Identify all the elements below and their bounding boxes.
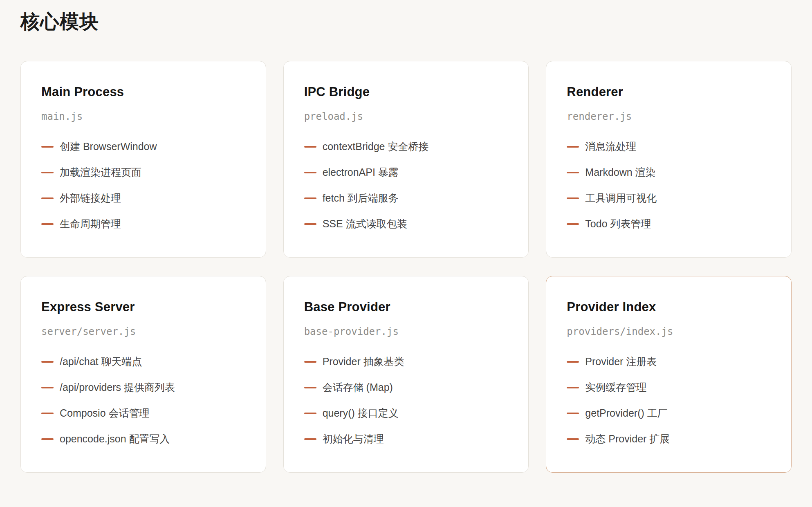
feature-item-label: Provider 注册表 [585, 355, 657, 368]
module-card-title: Base Provider [304, 299, 512, 315]
feature-item: Composio 会话管理 [41, 406, 249, 420]
dash-marker-icon [304, 387, 316, 388]
dash-marker-icon [567, 197, 579, 199]
page-title: 核心模块 [20, 11, 792, 32]
module-file-path: base-provider.js [304, 325, 512, 338]
feature-item-label: Todo 列表管理 [585, 217, 651, 231]
feature-item: query() 接口定义 [304, 406, 512, 420]
feature-item: Markdown 渲染 [567, 166, 775, 179]
feature-item-label: Provider 抽象基类 [323, 355, 404, 368]
feature-item-label: electronAPI 暴露 [323, 166, 399, 179]
module-file-path: renderer.js [567, 110, 775, 123]
feature-item-label: query() 接口定义 [323, 406, 399, 420]
feature-item-label: 外部链接处理 [60, 191, 121, 205]
feature-item-label: Composio 会话管理 [60, 406, 150, 420]
module-card-title: Provider Index [567, 299, 775, 315]
feature-item: Todo 列表管理 [567, 217, 775, 231]
feature-item-label: 加载渲染进程页面 [60, 166, 141, 179]
dash-marker-icon [304, 172, 316, 173]
dash-marker-icon [304, 197, 316, 199]
module-feature-list: contextBridge 安全桥接 electronAPI 暴露 fetch … [304, 140, 512, 231]
dash-marker-icon [304, 223, 316, 225]
module-card-title: Main Process [41, 84, 249, 100]
feature-item-label: contextBridge 安全桥接 [323, 140, 429, 153]
dash-marker-icon [41, 413, 54, 414]
feature-item: contextBridge 安全桥接 [304, 140, 512, 153]
dash-marker-icon [567, 438, 579, 440]
module-feature-list: Provider 抽象基类 会话存储 (Map) query() 接口定义 初始… [304, 355, 512, 446]
dash-marker-icon [567, 146, 579, 148]
feature-item: 实例缓存管理 [567, 381, 775, 394]
feature-item: 加载渲染进程页面 [41, 166, 249, 179]
feature-item-label: 消息流处理 [585, 140, 636, 153]
dash-marker-icon [41, 172, 54, 173]
module-feature-list: /api/chat 聊天端点 /api/providers 提供商列表 Comp… [41, 355, 249, 446]
core-modules-section: 核心模块 Main Process main.js 创建 BrowserWind… [0, 0, 812, 507]
feature-item-label: /api/chat 聊天端点 [60, 355, 142, 368]
module-card[interactable]: Main Process main.js 创建 BrowserWindow 加载… [20, 61, 266, 258]
feature-item-label: getProvider() 工厂 [585, 406, 667, 420]
module-feature-list: 创建 BrowserWindow 加载渲染进程页面 外部链接处理 生命周期管理 [41, 140, 249, 231]
feature-item: SSE 流式读取包装 [304, 217, 512, 231]
feature-item-label: SSE 流式读取包装 [323, 217, 407, 231]
feature-item-label: opencode.json 配置写入 [60, 432, 170, 446]
dash-marker-icon [567, 413, 579, 414]
feature-item: 生命周期管理 [41, 217, 249, 231]
feature-item-label: /api/providers 提供商列表 [60, 381, 175, 394]
feature-item: 动态 Provider 扩展 [567, 432, 775, 446]
dash-marker-icon [304, 361, 316, 363]
module-feature-list: 消息流处理 Markdown 渲染 工具调用可视化 Todo 列表管理 [567, 140, 775, 231]
module-file-path: main.js [41, 110, 249, 123]
feature-item-label: 动态 Provider 扩展 [585, 432, 670, 446]
feature-item: 工具调用可视化 [567, 191, 775, 205]
feature-item-label: 实例缓存管理 [585, 381, 646, 394]
dash-marker-icon [567, 387, 579, 388]
dash-marker-icon [304, 146, 316, 148]
dash-marker-icon [567, 223, 579, 225]
module-feature-list: Provider 注册表 实例缓存管理 getProvider() 工厂 动态 … [567, 355, 775, 446]
module-file-path: server/server.js [41, 325, 249, 338]
module-card[interactable]: Express Server server/server.js /api/cha… [20, 276, 266, 473]
dash-marker-icon [41, 438, 54, 440]
module-card[interactable]: Provider Index providers/index.js Provid… [546, 276, 792, 473]
feature-item: 会话存储 (Map) [304, 381, 512, 394]
dash-marker-icon [41, 146, 54, 148]
feature-item: Provider 抽象基类 [304, 355, 512, 368]
feature-item-label: fetch 到后端服务 [323, 191, 399, 205]
feature-item: opencode.json 配置写入 [41, 432, 249, 446]
module-file-path: providers/index.js [567, 325, 775, 338]
feature-item: Provider 注册表 [567, 355, 775, 368]
dash-marker-icon [567, 172, 579, 173]
module-file-path: preload.js [304, 110, 512, 123]
feature-item: getProvider() 工厂 [567, 406, 775, 420]
feature-item: fetch 到后端服务 [304, 191, 512, 205]
module-card-grid: Main Process main.js 创建 BrowserWindow 加载… [20, 61, 792, 473]
module-card[interactable]: Base Provider base-provider.js Provider … [283, 276, 529, 473]
dash-marker-icon [304, 438, 316, 440]
module-card[interactable]: IPC Bridge preload.js contextBridge 安全桥接… [283, 61, 529, 258]
module-card-title: Express Server [41, 299, 249, 315]
feature-item: /api/chat 聊天端点 [41, 355, 249, 368]
module-card[interactable]: Renderer renderer.js 消息流处理 Markdown 渲染 工… [546, 61, 792, 258]
feature-item: 外部链接处理 [41, 191, 249, 205]
feature-item: 消息流处理 [567, 140, 775, 153]
feature-item: 创建 BrowserWindow [41, 140, 249, 153]
feature-item-label: 生命周期管理 [60, 217, 121, 231]
feature-item: electronAPI 暴露 [304, 166, 512, 179]
feature-item-label: 创建 BrowserWindow [60, 140, 157, 153]
dash-marker-icon [41, 223, 54, 225]
dash-marker-icon [41, 197, 54, 199]
dash-marker-icon [304, 413, 316, 414]
module-card-title: Renderer [567, 84, 775, 100]
module-card-title: IPC Bridge [304, 84, 512, 100]
feature-item: 初始化与清理 [304, 432, 512, 446]
feature-item-label: 初始化与清理 [323, 432, 384, 446]
dash-marker-icon [41, 387, 54, 388]
feature-item-label: 会话存储 (Map) [323, 381, 393, 394]
feature-item: /api/providers 提供商列表 [41, 381, 249, 394]
feature-item-label: Markdown 渲染 [585, 166, 655, 179]
feature-item-label: 工具调用可视化 [585, 191, 657, 205]
dash-marker-icon [41, 361, 54, 363]
dash-marker-icon [567, 361, 579, 363]
